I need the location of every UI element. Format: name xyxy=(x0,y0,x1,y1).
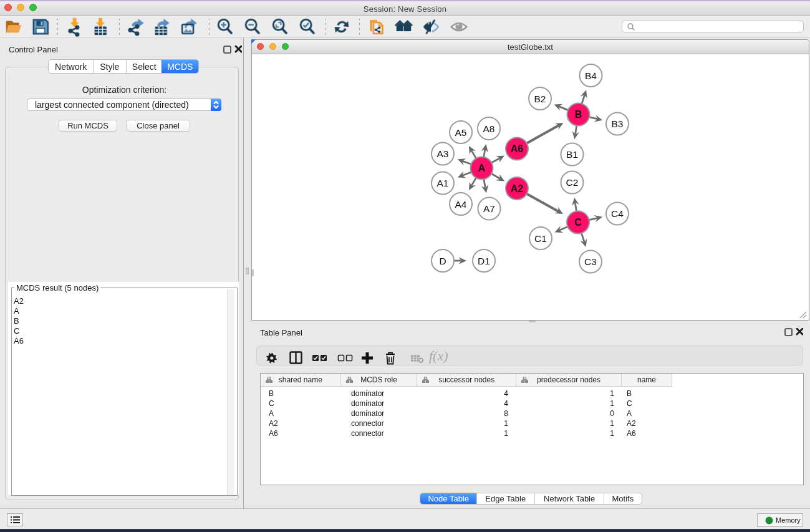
svg-text:C3: C3 xyxy=(584,256,597,267)
svg-text:C1: C1 xyxy=(534,233,547,244)
svg-text:B: B xyxy=(575,109,582,120)
svg-text:B2: B2 xyxy=(534,94,546,104)
svg-text:A8: A8 xyxy=(483,123,495,134)
svg-text:A4: A4 xyxy=(455,199,467,210)
svg-text:B4: B4 xyxy=(585,70,597,81)
svg-text:D: D xyxy=(439,256,446,266)
svg-text:C: C xyxy=(574,217,582,228)
svg-text:D1: D1 xyxy=(478,256,490,266)
svg-text:A1: A1 xyxy=(437,178,449,188)
svg-text:A3: A3 xyxy=(437,148,449,159)
svg-text:C2: C2 xyxy=(566,177,579,188)
svg-text:B3: B3 xyxy=(612,118,624,129)
svg-text:A5: A5 xyxy=(455,127,467,138)
svg-text:A: A xyxy=(478,163,486,173)
svg-text:A7: A7 xyxy=(483,203,495,214)
svg-text:A6: A6 xyxy=(511,143,524,154)
svg-text:B1: B1 xyxy=(566,149,578,160)
svg-text:C4: C4 xyxy=(611,208,624,219)
svg-text:A2: A2 xyxy=(511,183,524,194)
